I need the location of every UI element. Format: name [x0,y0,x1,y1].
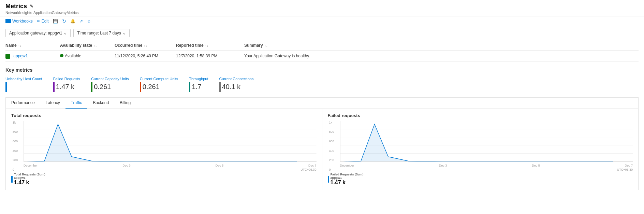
tabs-bar: Performance Latency Traffic Backend Bill… [6,98,638,109]
workbooks-button[interactable]: Workbooks [5,19,33,24]
charts-area: Total requests 1k 800 600 400 200 0 [6,109,638,190]
edit-label: Edit [42,19,49,24]
bell-icon: 🔔 [70,19,75,24]
key-metrics-title: Key metrics [5,67,639,73]
row-summary: Your Application Gateway is healthy. [244,54,611,58]
metrics-row: Unhealthy Host Count Failed Requests 1.4… [5,77,639,92]
key-metrics-section: Key metrics Unhealthy Host Count Failed … [0,62,644,95]
refresh-button[interactable]: ↻ [62,18,66,24]
metric-failed-value: 1.47 k [53,82,80,92]
metric-bar-gray [219,82,221,92]
failed-requests-legend: Failed Requests (Sum) appgw1 1.47 k [328,173,633,186]
svg-marker-6 [24,124,297,161]
smile-icon: ☺ [87,19,91,24]
metric-throughput-value: 1.7 [189,82,208,92]
col-actions [611,43,639,48]
metric-connections-value: 40.1 k [219,82,254,92]
total-requests-y-labels: 1k 800 600 400 200 0 [13,121,18,171]
legend-bar-blue [11,176,13,183]
breadcrumb: NetworkInsights-ApplicationGatewayMetric… [5,11,639,15]
total-requests-chart-wrapper: 1k 800 600 400 200 0 [24,121,317,171]
total-requests-legend: Total Requests (Sum) appgw1 1.47 k [11,173,317,186]
tab-performance[interactable]: Performance [6,98,40,109]
metric-bar-orange [140,82,141,92]
chevron-down-icon: ⌄ [122,31,126,35]
failed-requests-legend-value: Failed Requests (Sum) appgw1 1.47 k [328,173,633,186]
gateway-filter-label: Application gateway: appgw1 [9,31,62,35]
tab-traffic[interactable]: Traffic [65,98,88,109]
gateway-icon [5,54,10,59]
metric-throughput: Throughput 1.7 [189,77,208,92]
col-occurred[interactable]: Occurred time ↑↓ [115,43,176,48]
time-range-filter-label: Time range: Last 7 days [77,31,121,35]
metric-unhealthy-host: Unhealthy Host Count [5,77,42,92]
title-text: Metrics [5,3,27,10]
edit-button[interactable]: ✏ Edit [37,19,49,24]
time-range-filter[interactable]: Time range: Last 7 days ⌄ [73,29,129,37]
toolbar: Workbooks ✏ Edit 💾 ↻ 🔔 ↗ ☺ [0,16,644,26]
failed-requests-panel: Failed requests 1k 800 600 400 200 0 [322,109,639,190]
metric-throughput-label: Throughput [189,77,208,81]
tab-latency[interactable]: Latency [40,98,65,109]
gateway-link[interactable]: appgw1 [13,54,28,58]
metric-compute-units: Current Compute Units 0.261 [140,77,178,92]
table-header: Name ↑↓ Availability state ↑↓ Occurred t… [5,40,639,51]
top-bar: Metrics ✎ NetworkInsights-ApplicationGat… [0,0,644,16]
table-row: appgw1 Available 11/12/2020, 5:26:40 PM … [5,51,639,62]
failed-requests-y-labels: 1k 800 600 400 200 0 [329,121,334,171]
svg-marker-13 [340,124,613,161]
edit-icon: ✏ [37,19,40,24]
col-availability[interactable]: Availability state ↑↓ [60,43,115,48]
metric-failed-requests: Failed Requests 1.47 k [53,77,80,92]
total-requests-utc: UTC+05:30 [24,168,317,171]
alerts-button[interactable]: 🔔 [70,19,75,24]
metric-connections-label: Current Connections [219,77,254,81]
status-dot-available [60,54,63,57]
total-requests-svg [24,121,317,161]
gateway-filter[interactable]: Application gateway: appgw1 ⌄ [5,29,71,37]
edit-pencil-icon[interactable]: ✎ [30,4,33,9]
failed-requests-utc: UTC+05:30 [340,168,633,171]
metric-unhealthy-value [5,82,42,92]
col-reported[interactable]: Reported time ↑↓ [176,43,244,48]
legend-bar-blue-failed [328,176,329,183]
metric-unhealthy-label: Unhealthy Host Count [5,77,42,81]
chevron-down-icon: ⌄ [63,31,67,35]
alerts-table: Name ↑↓ Availability state ↑↓ Occurred t… [0,40,644,62]
metric-bar-teal [189,82,190,92]
metric-compute-label: Current Compute Units [140,77,178,81]
row-reported: 12/7/2020, 1:58:39 PM [176,54,244,58]
filters-bar: Application gateway: appgw1 ⌄ Time range… [0,26,644,40]
failed-requests-title: Failed requests [328,113,633,118]
metric-bar-green [91,82,92,92]
col-name[interactable]: Name ↑↓ [5,43,60,48]
save-icon: 💾 [53,19,58,24]
tabs-section: Performance Latency Traffic Backend Bill… [5,97,639,190]
metric-connections: Current Connections 40.1 k [219,77,254,92]
row-availability: Available [60,54,115,58]
metric-bar-purple [53,82,55,92]
metric-capacity-value: 0.261 [91,82,129,92]
row-occurred: 11/12/2020, 5:26:40 PM [115,54,176,58]
failed-requests-chart [340,121,633,162]
metric-compute-value: 0.261 [140,82,178,92]
tab-backend[interactable]: Backend [87,98,114,109]
total-requests-chart [24,121,317,162]
failed-requests-x-labels: December Dec 3 Dec 5 Dec 7 [340,163,633,168]
metric-capacity-label: Current Capacity Units [91,77,129,81]
total-requests-title: Total requests [11,113,317,118]
share-button[interactable]: ↗ [79,19,83,24]
failed-requests-svg [340,121,633,161]
metric-failed-label: Failed Requests [53,77,80,81]
save-button[interactable]: 💾 [53,19,58,24]
col-summary[interactable]: Summary ↑↓ [244,43,611,48]
workbooks-icon [5,19,11,23]
total-requests-legend-value: Total Requests (Sum) appgw1 1.47 k [11,173,317,186]
tab-billing[interactable]: Billing [114,98,136,109]
row-name[interactable]: appgw1 [5,54,60,59]
metric-capacity-units: Current Capacity Units 0.261 [91,77,129,92]
total-requests-x-labels: December Dec 3 Dec 5 Dec 7 [24,163,317,168]
feedback-button[interactable]: ☺ [87,19,91,24]
metric-bar-blue [5,82,7,92]
total-requests-panel: Total requests 1k 800 600 400 200 0 [6,109,322,190]
